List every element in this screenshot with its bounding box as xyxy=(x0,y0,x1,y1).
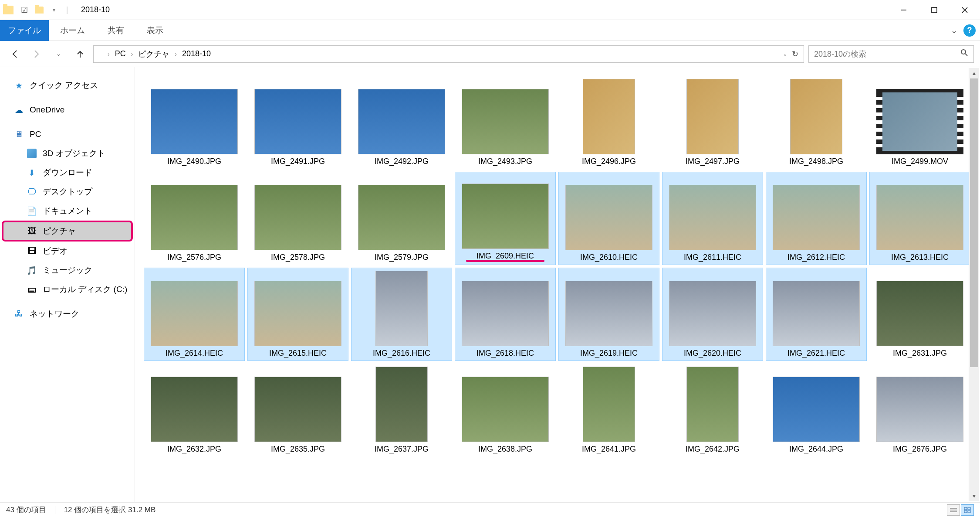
nav-documents[interactable]: 📄 ドキュメント xyxy=(0,201,135,221)
view-thumbnails-button[interactable] xyxy=(961,504,974,516)
scroll-thumb[interactable] xyxy=(970,78,978,367)
nav-pc[interactable]: 🖥 PC xyxy=(0,125,135,144)
file-item[interactable]: IMG_2610.HEIC xyxy=(558,172,659,265)
file-name: IMG_2676.JPG xyxy=(893,442,947,454)
crumb-pc[interactable]: PC xyxy=(112,49,128,58)
file-item[interactable]: IMG_2491.JPG xyxy=(247,76,348,169)
file-name: IMG_2579.JPG xyxy=(375,250,429,262)
file-item[interactable]: IMG_2499.MOV xyxy=(869,76,970,169)
file-name: IMG_2498.JPG xyxy=(789,154,843,166)
address-bar[interactable]: › PC › ピクチャ › 2018-10 ⌄ ↻ xyxy=(93,45,804,63)
file-item[interactable]: IMG_2614.HEIC xyxy=(144,268,245,361)
maximize-button[interactable] xyxy=(919,0,950,20)
close-button[interactable] xyxy=(950,0,980,20)
address-dropdown-icon[interactable]: ⌄ xyxy=(783,51,787,57)
nav-music[interactable]: 🎵 ミュージック xyxy=(0,261,135,280)
file-name: IMG_2491.JPG xyxy=(271,154,325,166)
ribbon-collapse-icon[interactable]: ⌄ xyxy=(951,26,957,35)
crumb-current[interactable]: 2018-10 xyxy=(179,49,213,58)
file-item[interactable]: IMG_2578.JPG xyxy=(247,172,348,265)
file-item[interactable]: IMG_2490.JPG xyxy=(144,76,245,169)
file-item[interactable]: IMG_2644.JPG xyxy=(766,364,867,457)
tab-share[interactable]: 共有 xyxy=(96,20,135,41)
nav-3d-objects[interactable]: 3D オブジェクト xyxy=(0,144,135,163)
file-item[interactable]: IMG_2642.JPG xyxy=(662,364,763,457)
video-icon: 🎞 xyxy=(26,245,37,257)
file-item[interactable]: IMG_2609.HEIC xyxy=(455,172,556,265)
file-item[interactable]: IMG_2492.JPG xyxy=(351,76,452,169)
nav-network[interactable]: 🖧 ネットワーク xyxy=(0,304,135,323)
nav-downloads[interactable]: ⬇ ダウンロード xyxy=(0,163,135,182)
nav-pictures[interactable]: 🖼 ピクチャ xyxy=(3,221,132,241)
nav-label: クイック アクセス xyxy=(30,80,98,91)
scrollbar[interactable]: ▲ ▼ xyxy=(969,68,979,501)
highlight-underline xyxy=(466,260,544,262)
qat-new-folder-icon[interactable] xyxy=(34,5,44,15)
pc-icon: 🖥 xyxy=(13,129,24,140)
file-item[interactable]: IMG_2611.HEIC xyxy=(662,172,763,265)
crumb-pictures[interactable]: ピクチャ xyxy=(135,49,172,59)
file-item[interactable]: IMG_2579.JPG xyxy=(351,172,452,265)
file-name: IMG_2493.JPG xyxy=(478,154,532,166)
file-item[interactable]: IMG_2619.HEIC xyxy=(558,268,659,361)
file-item[interactable]: IMG_2493.JPG xyxy=(455,76,556,169)
file-name: IMG_2612.HEIC xyxy=(787,250,845,262)
forward-button[interactable] xyxy=(28,45,45,63)
help-icon[interactable]: ? xyxy=(963,24,976,37)
file-item[interactable]: IMG_2618.HEIC xyxy=(455,268,556,361)
tab-home[interactable]: ホーム xyxy=(49,20,96,41)
back-button[interactable] xyxy=(6,45,24,63)
content-pane[interactable]: IMG_2490.JPGIMG_2491.JPGIMG_2492.JPGIMG_… xyxy=(135,67,980,502)
file-tab[interactable]: ファイル xyxy=(0,20,49,41)
file-item[interactable]: IMG_2631.JPG xyxy=(869,268,970,361)
refresh-icon[interactable]: ↻ xyxy=(792,49,798,59)
thumbnail xyxy=(876,89,963,154)
nav-onedrive[interactable]: ☁ OneDrive xyxy=(0,100,135,119)
file-item[interactable]: IMG_2632.JPG xyxy=(144,364,245,457)
nav-quick-access[interactable]: ★ クイック アクセス xyxy=(0,76,135,95)
thumbnail xyxy=(151,89,238,154)
crumb-sep: › xyxy=(131,51,133,58)
nav-label: ネットワーク xyxy=(30,308,79,320)
file-item[interactable]: IMG_2576.JPG xyxy=(144,172,245,265)
thumbnail xyxy=(254,185,341,250)
file-item[interactable]: IMG_2616.HEIC xyxy=(351,268,452,361)
file-item[interactable]: IMG_2498.JPG xyxy=(766,76,867,169)
thumbnail xyxy=(358,185,445,250)
up-button[interactable] xyxy=(71,45,89,63)
qat-dropdown-icon[interactable]: ▾ xyxy=(49,5,59,15)
divider: | xyxy=(62,5,72,15)
file-item[interactable]: IMG_2615.HEIC xyxy=(247,268,348,361)
recent-locations-button[interactable]: ⌄ xyxy=(50,45,67,63)
scroll-up-icon[interactable]: ▲ xyxy=(969,68,979,78)
thumbnail xyxy=(583,367,635,442)
nav-desktop[interactable]: 🖵 デスクトップ xyxy=(0,182,135,201)
search-icon[interactable] xyxy=(960,49,968,59)
thumbnail xyxy=(686,79,739,154)
tab-view[interactable]: 表示 xyxy=(135,20,175,41)
qat-properties-icon[interactable]: ☑ xyxy=(19,5,30,15)
file-item[interactable]: IMG_2676.JPG xyxy=(869,364,970,457)
file-item[interactable]: IMG_2641.JPG xyxy=(558,364,659,457)
file-item[interactable]: IMG_2613.HEIC xyxy=(869,172,970,265)
search-box[interactable]: 2018-10の検索 xyxy=(808,45,974,63)
file-item[interactable]: IMG_2612.HEIC xyxy=(766,172,867,265)
file-name: IMG_2615.HEIC xyxy=(269,346,327,358)
file-item[interactable]: IMG_2497.JPG xyxy=(662,76,763,169)
file-item[interactable]: IMG_2635.JPG xyxy=(247,364,348,457)
nav-label: OneDrive xyxy=(30,105,64,115)
view-details-button[interactable] xyxy=(947,504,960,516)
file-item[interactable]: IMG_2496.JPG xyxy=(558,76,659,169)
minimize-button[interactable] xyxy=(889,0,919,20)
file-item[interactable]: IMG_2638.JPG xyxy=(455,364,556,457)
thumbnail xyxy=(151,281,238,346)
file-item[interactable]: IMG_2621.HEIC xyxy=(766,268,867,361)
scroll-down-icon[interactable]: ▼ xyxy=(969,491,979,501)
file-item[interactable]: IMG_2620.HEIC xyxy=(662,268,763,361)
nav-label: PC xyxy=(30,129,41,139)
nav-videos[interactable]: 🎞 ビデオ xyxy=(0,241,135,261)
breadcrumb-folder-icon xyxy=(95,50,105,58)
file-item[interactable]: IMG_2637.JPG xyxy=(351,364,452,457)
svg-rect-1 xyxy=(932,7,937,13)
nav-local-disk[interactable]: 🖴 ローカル ディスク (C:) xyxy=(0,280,135,299)
